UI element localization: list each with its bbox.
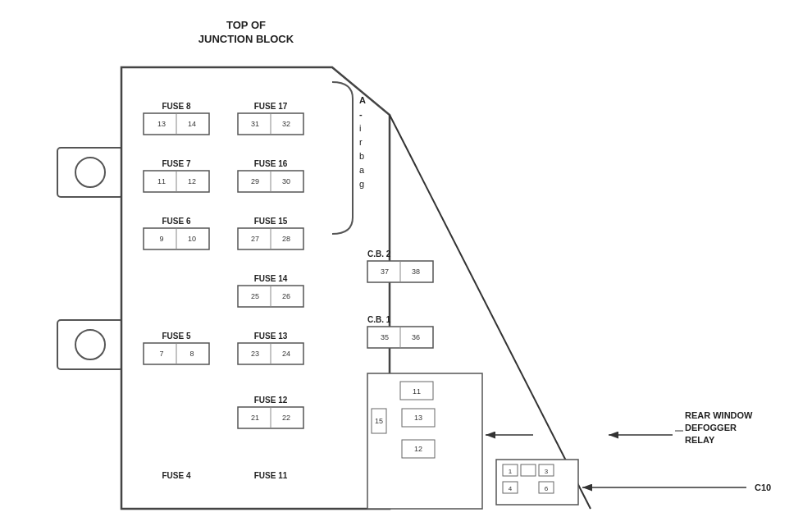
svg-text:12: 12 [414, 445, 422, 453]
svg-text:FUSE 5: FUSE 5 [162, 332, 190, 341]
svg-text:b: b [359, 151, 364, 161]
svg-text:C.B. 2: C.B. 2 [367, 249, 391, 258]
svg-text:27: 27 [251, 235, 259, 243]
main-svg: 13 14 FUSE 8 31 32 FUSE 17 11 12 FUSE 7 … [0, 0, 812, 517]
svg-text:FUSE 17: FUSE 17 [254, 102, 288, 111]
svg-text:DEFOGGER: DEFOGGER [685, 423, 737, 432]
svg-text:35: 35 [381, 333, 389, 341]
svg-text:REAR WINDOW: REAR WINDOW [685, 410, 753, 420]
svg-text:36: 36 [412, 333, 420, 341]
svg-text:FUSE 8: FUSE 8 [162, 102, 190, 111]
svg-text:r: r [359, 137, 363, 147]
svg-text:15: 15 [375, 417, 383, 425]
svg-text:TOP OF: TOP OF [226, 19, 266, 31]
svg-text:RELAY: RELAY [685, 435, 715, 445]
svg-text:21: 21 [251, 414, 259, 422]
svg-text:C10: C10 [755, 483, 771, 492]
svg-point-1 [75, 158, 105, 187]
svg-text:JUNCTION BLOCK: JUNCTION BLOCK [198, 33, 294, 45]
svg-text:37: 37 [381, 268, 389, 276]
svg-text:1: 1 [509, 468, 513, 475]
svg-text:C.B. 1: C.B. 1 [367, 315, 391, 324]
svg-text:29: 29 [251, 177, 259, 185]
svg-text:12: 12 [188, 177, 196, 185]
svg-text:i: i [359, 123, 361, 133]
svg-text:28: 28 [282, 235, 290, 243]
svg-text:FUSE 12: FUSE 12 [254, 396, 288, 405]
svg-text:FUSE 15: FUSE 15 [254, 217, 288, 226]
svg-text:-: - [359, 109, 363, 119]
svg-text:FUSE 7: FUSE 7 [162, 159, 190, 168]
svg-text:4: 4 [509, 485, 513, 492]
svg-text:14: 14 [188, 120, 196, 128]
svg-text:30: 30 [282, 177, 290, 185]
svg-text:9: 9 [159, 235, 163, 243]
svg-text:FUSE 14: FUSE 14 [254, 274, 288, 283]
svg-text:31: 31 [251, 120, 259, 128]
svg-rect-80 [521, 464, 536, 476]
svg-text:24: 24 [282, 350, 290, 358]
svg-text:13: 13 [414, 414, 422, 422]
svg-text:13: 13 [157, 120, 166, 128]
svg-text:6: 6 [545, 485, 549, 492]
svg-text:10: 10 [188, 235, 196, 243]
svg-text:23: 23 [251, 350, 259, 358]
svg-text:7: 7 [159, 350, 163, 358]
svg-text:FUSE 4: FUSE 4 [162, 471, 190, 480]
svg-text:32: 32 [282, 120, 290, 128]
svg-text:26: 26 [282, 292, 290, 300]
svg-text:22: 22 [282, 414, 290, 422]
svg-text:8: 8 [189, 350, 194, 358]
svg-text:a: a [359, 165, 365, 175]
svg-text:FUSE 13: FUSE 13 [254, 332, 288, 341]
svg-text:11: 11 [413, 387, 421, 396]
svg-text:25: 25 [251, 292, 259, 300]
svg-text:11: 11 [157, 177, 166, 185]
svg-text:g: g [359, 179, 364, 189]
svg-text:A: A [359, 95, 366, 105]
svg-text:FUSE 16: FUSE 16 [254, 159, 288, 168]
svg-text:FUSE 6: FUSE 6 [162, 217, 190, 226]
svg-text:3: 3 [545, 468, 549, 475]
svg-text:38: 38 [412, 268, 420, 276]
diagram-container: 13 14 FUSE 8 31 32 FUSE 17 11 12 FUSE 7 … [0, 0, 812, 517]
svg-point-3 [75, 330, 105, 359]
svg-text:FUSE 11: FUSE 11 [254, 471, 288, 480]
